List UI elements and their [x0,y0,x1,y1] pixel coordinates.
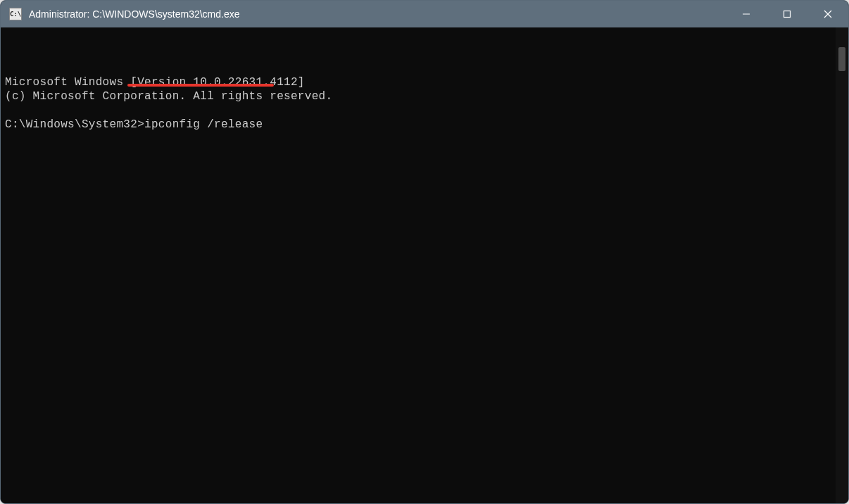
titlebar[interactable]: C:\ Administrator: C:\WINDOWS\system32\c… [1,1,848,27]
minimize-button[interactable] [726,1,767,27]
maximize-button[interactable] [767,1,807,27]
maximize-icon [783,10,791,18]
scrollbar-track[interactable] [836,27,848,503]
terminal-area: Microsoft Windows [Version 10.0.22631.41… [1,27,848,503]
terminal-output[interactable]: Microsoft Windows [Version 10.0.22631.41… [1,27,836,503]
terminal-line [5,103,831,118]
close-icon [824,10,832,18]
terminal-line: C:\Windows\System32>ipconfig /release [5,118,831,132]
close-button[interactable] [807,1,848,27]
window-controls [726,1,848,27]
terminal-line: Microsoft Windows [Version 10.0.22631.41… [5,75,831,89]
minimize-icon [742,10,750,18]
cmd-icon: C:\ [9,8,22,20]
terminal-line: (c) Microsoft Corporation. All rights re… [5,89,831,103]
scrollbar-thumb[interactable] [838,47,845,71]
svg-rect-1 [784,11,791,18]
window-title: Administrator: C:\WINDOWS\system32\cmd.e… [29,8,726,20]
cmd-window: C:\ Administrator: C:\WINDOWS\system32\c… [0,0,849,504]
annotation-underline [127,84,274,87]
